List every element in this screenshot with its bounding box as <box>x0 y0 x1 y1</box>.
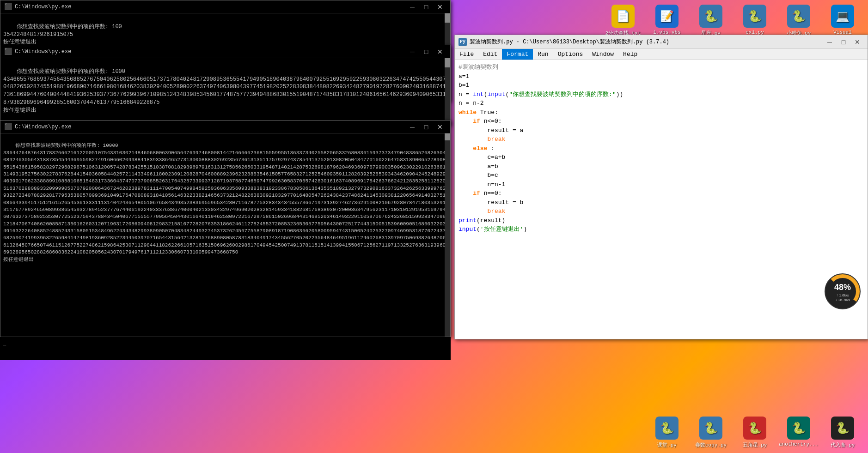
idle-code-area[interactable]: #裴波纳契数列 a=1 b=1 n = int(input("你想查找裴波纳契数… <box>455 60 868 339</box>
cmd3-cursor-area: _ <box>0 337 451 360</box>
code-line-1: #裴波纳契数列 <box>458 63 864 72</box>
cmd-titlebar-3: ⬛ C:\Windows\py.exe ─ □ ✕ <box>0 121 450 133</box>
progress-svg: 48% ↑ 1.6k/s ↓ 16.7k/s <box>822 271 863 312</box>
cmd-icon-1: ⬛ <box>4 3 12 11</box>
cmd-title-text-1: C:\Windows\py.exe <box>15 4 71 10</box>
menu-options[interactable]: Options <box>553 49 588 60</box>
cmd-window-2: ⬛ C:\Windows\py.exe ─ □ ✕ 你想查找裴波纳契数列中的项的… <box>0 45 451 126</box>
ex1-icon: 🐍 <box>743 5 766 28</box>
menu-edit[interactable]: Edit <box>478 49 502 60</box>
cmd3-scrollbar[interactable] <box>445 133 450 337</box>
cmd2-scrollbar[interactable] <box>445 58 450 125</box>
code-line-4: n = int(input("你想查找裴波纳契数列中的项的序数:")) <box>458 90 864 99</box>
progress-percent: 48% <box>834 283 851 292</box>
cmd-controls-3: ─ □ ✕ <box>406 122 446 132</box>
progress-speed2: ↓ 16.7k/s <box>835 298 850 302</box>
progress-circle-container: 48% ↑ 1.6k/s ↓ 16.7k/s <box>822 271 863 314</box>
dairu-icon: 🐍 <box>831 417 854 440</box>
cmd-icon-2: ⬛ <box>4 48 12 55</box>
cmd-text-1: 你想查找裴波纳契数列中的项的序数: 100 354224848179261915… <box>3 24 122 46</box>
cmd-text-2: 你想查找裴波纳契数列中的项的序数: 1000 43466557686937456… <box>3 68 446 114</box>
idle-maximize-button[interactable]: □ <box>837 37 850 47</box>
cmd-window-3: ⬛ C:\Windows\py.exe ─ □ ✕ 你想查找裴波纳契数列中的项的… <box>0 120 451 337</box>
progress-speed1: ↑ 1.6k/s <box>836 293 849 297</box>
anothertry-label: anothertry... <box>779 441 819 447</box>
code-line-7: if n<=0: <box>458 117 864 126</box>
cmd2-maximize-button[interactable]: □ <box>420 47 433 57</box>
menu-window[interactable]: Window <box>587 49 618 60</box>
desktop-icon-wujiaoxing[interactable]: 🐍 五角星.py <box>734 414 776 451</box>
cmd-title-left-2: ⬛ C:\Windows\py.exe <box>4 48 71 55</box>
code-line-6: while True: <box>458 108 864 117</box>
anothertry-icon: 🐍 <box>787 417 810 440</box>
code-line-12: a=b <box>458 162 864 171</box>
cmd-controls-2: ─ □ ✕ <box>406 47 446 57</box>
cmd2-scroll-thumb[interactable] <box>445 58 450 67</box>
code-line-14: n=n-1 <box>458 180 864 189</box>
desktop-icon-kecheng[interactable]: 🐍 课堂.py <box>646 414 688 451</box>
idle-title-text: 裴波纳契数列.py - C:\Users\86133\Desktop\裴波纳契数… <box>470 38 669 46</box>
idle-menubar: File Edit Format Run Options Window Help <box>455 49 868 60</box>
cmd-content-3: 你想查找裴波纳契数列中的项的序数: 10000 3364476487643178… <box>0 133 450 337</box>
code-line-11: c=a+b <box>458 153 864 162</box>
code-line-9: break <box>458 135 864 144</box>
cmd-titlebar-1: ⬛ C:\Windows\py.exe ─ □ ✕ <box>0 0 450 13</box>
idle-window-controls: ─ □ ✕ <box>823 37 864 47</box>
desktop-icon-shuzu[interactable]: 🐍 赛数copy.py <box>690 414 732 451</box>
cmd-icon-3: ⬛ <box>4 123 12 131</box>
cmd1-maximize-button[interactable]: □ <box>420 2 433 12</box>
desktop-icon-dairu[interactable]: 🐍 代入备.py <box>822 414 863 451</box>
code-line-10: else : <box>458 144 864 153</box>
2fenfa-icon: 📄 <box>611 5 635 28</box>
menu-file[interactable]: File <box>455 49 478 60</box>
menu-run[interactable]: Run <box>533 49 553 60</box>
idle-minimize-button[interactable]: ─ <box>823 37 836 47</box>
dairu-label: 代入备.py <box>831 441 855 448</box>
code-line-2: a=1 <box>458 72 864 81</box>
code-line-15: if n==0: <box>458 189 864 198</box>
code-line-19: input('按任意键退出') <box>458 225 864 234</box>
kecheng-icon: 🐍 <box>655 417 679 440</box>
desktop-icon-anothertry[interactable]: 🐍 anothertry... <box>778 414 819 451</box>
cmd-title-text-2: C:\Windows\py.exe <box>15 48 71 55</box>
wujiaoxing-icon: 🐍 <box>743 417 766 440</box>
shuzu-icon: 🐍 <box>699 417 722 440</box>
cmd3-scroll-thumb[interactable] <box>445 133 450 140</box>
xiaofent-icon: 🐍 <box>787 5 810 28</box>
xingzuo-icon: 🐍 <box>699 5 722 28</box>
vscode-icon: 💻 <box>831 5 854 28</box>
code-line-3: b=1 <box>458 81 864 90</box>
cmd-titlebar-2: ⬛ C:\Windows\py.exe ─ □ ✕ <box>0 45 450 58</box>
idle-title-left: Py 裴波纳契数列.py - C:\Users\86133\Desktop\裴波… <box>458 38 669 46</box>
code-line-17: break <box>458 207 864 216</box>
code-line-16: result = b <box>458 198 864 207</box>
cmd1-scroll-thumb[interactable] <box>445 13 450 23</box>
idle-titlebar: Py 裴波纳契数列.py - C:\Users\86133\Desktop\裴波… <box>455 35 868 49</box>
cmd-controls-1: ─ □ ✕ <box>406 2 446 12</box>
desktop-icons-bottom: 🐍 课堂.py 🐍 赛数copy.py 🐍 五角星.py 🐍 anothertr… <box>646 414 863 451</box>
cmd-title-left-1: ⬛ C:\Windows\py.exe <box>4 3 71 11</box>
cmd3-maximize-button[interactable]: □ <box>420 122 433 132</box>
code-line-13: b=c <box>458 171 864 180</box>
cmd3-minimize-button[interactable]: ─ <box>406 122 419 132</box>
idle-close-button[interactable]: ✕ <box>851 37 864 47</box>
cmd3-close-button[interactable]: ✕ <box>434 122 446 132</box>
code-line-18: print(result) <box>458 216 864 225</box>
cmd2-close-button[interactable]: ✕ <box>434 47 446 57</box>
cmd-text-3: 你想查找裴波纳契数列中的项的序数: 10000 3364476487643178… <box>3 143 446 262</box>
kecheng-label: 课堂.py <box>657 441 677 448</box>
shuzu-label: 赛数copy.py <box>695 441 727 448</box>
code-line-8: result = a <box>458 126 864 135</box>
cmd1-minimize-button[interactable]: ─ <box>406 2 419 12</box>
cmd2-minimize-button[interactable]: ─ <box>406 47 419 57</box>
cmd-content-2: 你想查找裴波纳契数列中的项的序数: 1000 43466557686937456… <box>0 58 450 125</box>
menu-format[interactable]: Format <box>502 49 533 60</box>
1vbs-icon: 📝 <box>655 5 679 28</box>
wujiaoxing-label: 五角星.py <box>743 441 767 448</box>
cmd-title-left-3: ⬛ C:\Windows\py.exe <box>4 123 71 131</box>
cmd1-close-button[interactable]: ✕ <box>434 2 446 12</box>
idle-python-icon: Py <box>458 38 467 46</box>
menu-help[interactable]: Help <box>618 49 642 60</box>
idle-editor-window: Py 裴波纳契数列.py - C:\Users\86133\Desktop\裴波… <box>454 35 868 339</box>
code-line-5: n = n-2 <box>458 99 864 108</box>
